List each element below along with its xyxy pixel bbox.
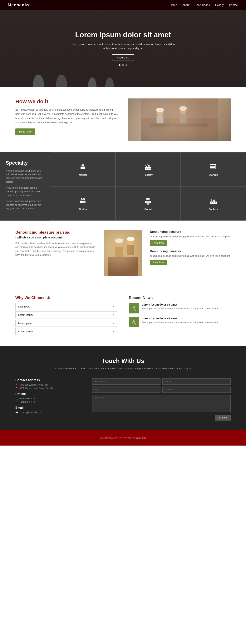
mail-input[interactable] <box>92 386 161 393</box>
news-month-1: July <box>132 322 136 325</box>
denouncing-left: Denouncing pleasure praising I will give… <box>15 230 96 257</box>
specialty-left: Specialty Nemo enim ipsam voluptatem qui… <box>0 152 50 220</box>
specialty-item-0: Worker <box>50 152 115 186</box>
specialty-item-1: Factory <box>115 152 181 186</box>
svg-rect-36 <box>146 201 150 204</box>
svg-rect-50 <box>104 230 142 276</box>
news-body-1: Sed ut perspiciatis unde omnis iste natu… <box>142 321 218 324</box>
phone-input[interactable] <box>162 378 231 384</box>
accordion-item-1[interactable]: Lorem ipsum ▼ <box>15 311 117 318</box>
specialty-item-2: Storage <box>181 152 246 186</box>
denouncing-image <box>104 230 142 276</box>
website-input[interactable] <box>162 386 231 393</box>
svg-rect-46 <box>214 199 215 200</box>
svg-rect-30 <box>80 200 83 203</box>
hero-dots <box>69 64 177 66</box>
svg-point-2 <box>157 110 164 116</box>
nav-home[interactable]: Home <box>170 4 177 6</box>
svg-point-56 <box>127 237 135 241</box>
hero-dot-2[interactable] <box>122 64 124 66</box>
svg-point-7 <box>179 106 187 111</box>
contact-address2: 5280 Wetzel Lane Grand Rapids <box>19 387 53 390</box>
svg-rect-11 <box>80 166 82 169</box>
svg-rect-6 <box>180 114 187 124</box>
nav-contact[interactable]: Contact <box>229 4 238 6</box>
accordion-arrow-1: ▼ <box>112 314 114 316</box>
contact-form: Submit <box>92 378 231 420</box>
accordion-item-2[interactable]: Nemo ipsam ▼ <box>15 320 117 327</box>
location-icon-2: 📍 <box>15 387 18 390</box>
hero-dot-3[interactable] <box>126 64 127 66</box>
specialty-heading: Specialty <box>6 160 44 166</box>
specialty-label-3: Worker <box>79 208 87 210</box>
svg-point-4 <box>156 108 164 112</box>
news-title-1: Lorem ipsum dolor sit amet <box>142 317 218 320</box>
svg-rect-3 <box>157 116 164 126</box>
svg-rect-26 <box>211 165 211 169</box>
phone2: +1284 485 978 <box>19 401 35 404</box>
form-submit-row: Submit <box>92 414 231 420</box>
messages-textarea[interactable] <box>92 394 231 412</box>
hero-description: Lorem ipsum dolor sit amet consectetur a… <box>69 42 177 51</box>
news-day-0: 25 <box>133 306 135 308</box>
nav-links: Home About Short Codes Gallery Contact <box>170 3 238 7</box>
contact-address1: New York,Bronx,Morris Park <box>19 384 48 386</box>
accordion-item-0[interactable]: Nam libero ▼ <box>15 303 117 310</box>
mobile-icon: 📱 <box>15 401 18 404</box>
specialty-p2: Neque porro quisquam est, qui dolorem ip… <box>6 186 44 197</box>
worker2-icon <box>78 196 87 206</box>
nav-shortcodes[interactable]: Short Codes <box>195 4 210 6</box>
specialty-grid: Worker Factory <box>50 152 246 220</box>
news-heading: Recent News <box>129 296 231 300</box>
svg-rect-21 <box>148 168 149 169</box>
svg-rect-57 <box>108 257 138 276</box>
your-name-input[interactable] <box>92 378 161 384</box>
svg-rect-19 <box>149 165 150 167</box>
touch-section: Touch With Us Lorem ipsum dolor sit amet… <box>0 346 246 430</box>
specialty-item-5: Factory <box>181 186 246 220</box>
accordion-item-3[interactable]: Lorem ipsum ▼ <box>15 328 117 335</box>
hero-content: Lorem ipsum dolor sit amet Lorem ipsum d… <box>65 31 181 66</box>
accordion-arrow-2: ▼ <box>112 322 114 324</box>
how-cta-button[interactable]: Read more <box>15 128 35 135</box>
submit-button[interactable]: Submit <box>215 414 231 420</box>
hero-dot-1[interactable] <box>119 64 120 66</box>
touch-inner: Contact Address 📍 New York,Bronx,Morris … <box>15 378 231 420</box>
denouncing-card-1-body: denouncing pleasure and praising pain wa… <box>150 254 231 258</box>
news-right: Recent News 25 July Lorem ipsum dolor si… <box>129 296 231 331</box>
denouncing-right: Denouncing pleasure denouncing pleasure … <box>150 230 231 269</box>
news-date-0: 25 July <box>129 303 139 314</box>
denouncing-card-1-cta[interactable]: Read More <box>150 260 167 265</box>
denouncing-card-0-cta[interactable]: Read More <box>150 240 167 246</box>
nav-gallery[interactable]: Gallery <box>215 4 224 6</box>
robot-icon <box>143 196 153 206</box>
phone1-row: 📞 +1265 985 479 <box>15 397 85 400</box>
news-item-0: 25 July Lorem ipsum dolor sit amet Sed u… <box>129 303 231 314</box>
location-icon: 📍 <box>15 384 18 386</box>
svg-rect-0 <box>141 98 218 141</box>
contact-address-heading: Contact Address <box>15 378 85 382</box>
news-body-0: Sed ut perspiciatis unde omnis iste natu… <box>142 307 218 310</box>
factory-icon <box>143 162 153 172</box>
news-text-1: Lorem ipsum dolor sit amet Sed ut perspi… <box>142 317 218 324</box>
hotline-heading: Hotline <box>15 392 85 396</box>
denouncing-body: But I must explain to you how all this m… <box>15 241 96 257</box>
svg-rect-8 <box>151 124 208 127</box>
contact-address1-row: 📍 New York,Bronx,Morris Park <box>15 384 85 386</box>
svg-rect-1 <box>141 118 218 141</box>
hero-cta-button[interactable]: Read More <box>112 54 134 61</box>
news-title-0: Lorem ipsum dolor sit amet <box>142 303 218 306</box>
nav-about[interactable]: About <box>182 4 190 6</box>
how-body: But I must explain to you how all this m… <box>15 108 118 124</box>
denouncing-middle <box>104 230 142 276</box>
news-text-0: Lorem ipsum dolor sit amet Sed ut perspi… <box>142 303 218 310</box>
how-text: How we do it But I must explain to you h… <box>15 98 118 135</box>
news-month-0: July <box>132 308 136 311</box>
worker-icon <box>78 162 87 172</box>
touch-description: Lorem ipsum dolor sit amet, consectetur … <box>15 367 231 371</box>
email: Lorem@example.com <box>19 411 42 414</box>
news-day-1: 30 <box>133 320 135 322</box>
hero-title: Lorem ipsum dolor sit amet <box>69 31 177 39</box>
footer: 访问此模板红红bbs.xunlao.com免费下载更多页面 <box>0 430 246 446</box>
svg-rect-18 <box>147 164 148 165</box>
